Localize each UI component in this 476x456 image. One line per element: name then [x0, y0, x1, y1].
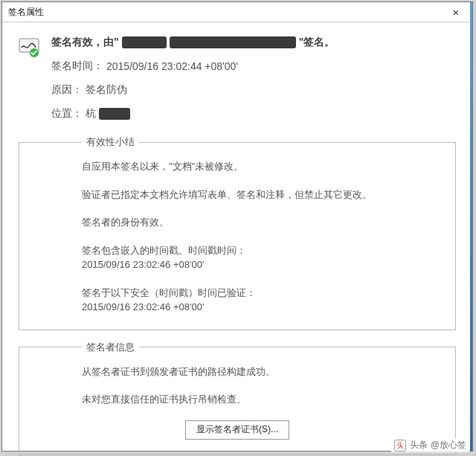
validity-legend: 有效性小结 — [82, 135, 139, 149]
location-label: 位置： — [51, 107, 83, 121]
right-edge-decoration — [470, 2, 472, 451]
signer-line-1: 从签名者证书到颁发者证书的路径构建成功。 — [82, 365, 440, 379]
validity-line-4: 签名包含嵌入的时间戳。时间戳时间： 2015/09/16 23:02:46 +0… — [82, 243, 440, 272]
valid-suffix: "签名。 — [299, 36, 335, 49]
reason-line: 原因： 签名防伪 — [51, 83, 456, 97]
timestamp-label: 签名包含嵌入的时间戳。时间戳时间： — [82, 245, 246, 256]
location-line: 位置： 杭 — [51, 107, 456, 121]
cert-button-row: 显示签名者证书(S)... — [34, 420, 440, 440]
validity-line-2: 验证者已指定本文档允许填写表单、签名和注释，但禁止其它更改。 — [82, 187, 440, 202]
redacted-signer-1 — [122, 36, 167, 48]
reason-value: 签名防伪 — [86, 83, 127, 97]
titlebar: 签名属性 × — [2, 2, 472, 22]
signing-time-line: 签名时间： 2015/09/16 23:02:44 +08'00' — [51, 60, 456, 73]
reason-label: 原因： — [51, 83, 83, 97]
signer-info-group: 签名者信息 从签名者证书到颁发者证书的路径构建成功。 未对您直接信任的证书执行吊… — [19, 341, 456, 455]
signature-summary: 签名有效，由" "签名。 签名时间： 2015/09/16 23:02:44 +… — [19, 36, 456, 131]
location-value: 杭 — [86, 107, 96, 121]
validity-summary-group: 有效性小结 自应用本签名以来，"文档"未被修改。 验证者已指定本文档允许填写表单… — [19, 135, 456, 330]
time-label: 签名时间： — [51, 60, 103, 73]
redacted-location — [99, 108, 130, 120]
timestamp-value: 2015/09/16 23:02:46 +08'00' — [82, 259, 204, 270]
verified-time-label: 签名于以下安全（时间戳）时间已验证： — [82, 287, 256, 298]
close-icon[interactable]: × — [440, 2, 472, 22]
dialog-body: 签名有效，由" "签名。 签名时间： 2015/09/16 23:02:44 +… — [2, 22, 472, 455]
toutiao-logo-icon: 头 — [394, 440, 406, 452]
watermark: 头 头条 @放心签 — [391, 438, 469, 452]
signature-valid-icon — [19, 37, 39, 58]
signature-valid-line: 签名有效，由" "签名。 — [51, 36, 456, 49]
valid-prefix: 签名有效，由" — [51, 36, 119, 49]
window-title: 签名属性 — [8, 6, 44, 19]
validity-line-1: 自应用本签名以来，"文档"未被修改。 — [82, 159, 440, 174]
verified-time-value: 2015/09/16 23:02:46 +08'00' — [82, 301, 204, 312]
time-value: 2015/09/16 23:02:44 +08'00' — [106, 60, 238, 72]
validity-line-3: 签名者的身份有效。 — [82, 215, 440, 230]
redacted-signer-2 — [170, 36, 296, 48]
validity-line-5: 签名于以下安全（时间戳）时间已验证： 2015/09/16 23:02:46 +… — [82, 286, 440, 315]
signature-header-lines: 签名有效，由" "签名。 签名时间： 2015/09/16 23:02:44 +… — [51, 36, 456, 131]
show-signer-cert-button[interactable]: 显示签名者证书(S)... — [185, 420, 289, 440]
signer-legend: 签名者信息 — [82, 341, 139, 354]
dialog-window: 签名属性 × 签名有效，由" "签名。 签名 — [1, 1, 473, 452]
signer-line-2: 未对您直接信任的证书执行吊销检查。 — [82, 392, 440, 407]
watermark-text: 头条 @放心签 — [410, 440, 466, 450]
